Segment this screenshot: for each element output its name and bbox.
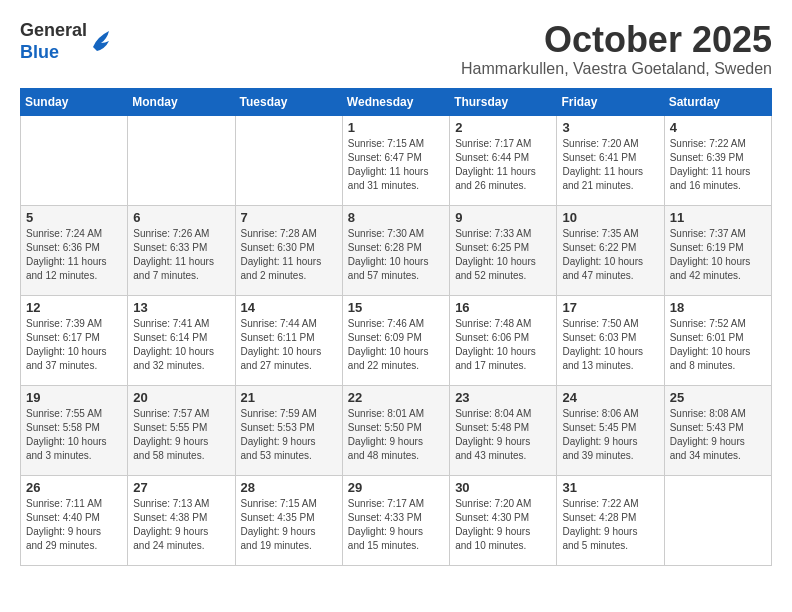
day-number: 23 <box>455 390 551 405</box>
day-number: 16 <box>455 300 551 315</box>
day-number: 12 <box>26 300 122 315</box>
day-number: 22 <box>348 390 444 405</box>
day-info: Sunrise: 7:46 AM Sunset: 6:09 PM Dayligh… <box>348 317 444 373</box>
calendar-cell <box>128 115 235 205</box>
calendar-week-row: 12Sunrise: 7:39 AM Sunset: 6:17 PM Dayli… <box>21 295 772 385</box>
day-number: 10 <box>562 210 658 225</box>
calendar-cell: 20Sunrise: 7:57 AM Sunset: 5:55 PM Dayli… <box>128 385 235 475</box>
day-number: 17 <box>562 300 658 315</box>
calendar-cell: 13Sunrise: 7:41 AM Sunset: 6:14 PM Dayli… <box>128 295 235 385</box>
calendar-cell: 7Sunrise: 7:28 AM Sunset: 6:30 PM Daylig… <box>235 205 342 295</box>
calendar-cell: 3Sunrise: 7:20 AM Sunset: 6:41 PM Daylig… <box>557 115 664 205</box>
calendar-cell: 29Sunrise: 7:17 AM Sunset: 4:33 PM Dayli… <box>342 475 449 565</box>
calendar-cell: 22Sunrise: 8:01 AM Sunset: 5:50 PM Dayli… <box>342 385 449 475</box>
calendar-cell: 19Sunrise: 7:55 AM Sunset: 5:58 PM Dayli… <box>21 385 128 475</box>
day-info: Sunrise: 7:52 AM Sunset: 6:01 PM Dayligh… <box>670 317 766 373</box>
calendar-cell: 1Sunrise: 7:15 AM Sunset: 6:47 PM Daylig… <box>342 115 449 205</box>
calendar-cell: 30Sunrise: 7:20 AM Sunset: 4:30 PM Dayli… <box>450 475 557 565</box>
day-info: Sunrise: 7:20 AM Sunset: 4:30 PM Dayligh… <box>455 497 551 553</box>
day-number: 3 <box>562 120 658 135</box>
day-info: Sunrise: 8:04 AM Sunset: 5:48 PM Dayligh… <box>455 407 551 463</box>
day-number: 26 <box>26 480 122 495</box>
calendar-cell: 2Sunrise: 7:17 AM Sunset: 6:44 PM Daylig… <box>450 115 557 205</box>
day-info: Sunrise: 7:55 AM Sunset: 5:58 PM Dayligh… <box>26 407 122 463</box>
day-info: Sunrise: 7:24 AM Sunset: 6:36 PM Dayligh… <box>26 227 122 283</box>
calendar-cell: 25Sunrise: 8:08 AM Sunset: 5:43 PM Dayli… <box>664 385 771 475</box>
day-info: Sunrise: 7:28 AM Sunset: 6:30 PM Dayligh… <box>241 227 337 283</box>
day-number: 28 <box>241 480 337 495</box>
day-info: Sunrise: 7:41 AM Sunset: 6:14 PM Dayligh… <box>133 317 229 373</box>
calendar-cell: 9Sunrise: 7:33 AM Sunset: 6:25 PM Daylig… <box>450 205 557 295</box>
day-number: 19 <box>26 390 122 405</box>
day-number: 13 <box>133 300 229 315</box>
calendar-header-sunday: Sunday <box>21 88 128 115</box>
day-info: Sunrise: 7:33 AM Sunset: 6:25 PM Dayligh… <box>455 227 551 283</box>
day-number: 27 <box>133 480 229 495</box>
day-info: Sunrise: 7:50 AM Sunset: 6:03 PM Dayligh… <box>562 317 658 373</box>
calendar-cell: 21Sunrise: 7:59 AM Sunset: 5:53 PM Dayli… <box>235 385 342 475</box>
day-info: Sunrise: 8:01 AM Sunset: 5:50 PM Dayligh… <box>348 407 444 463</box>
calendar-header-thursday: Thursday <box>450 88 557 115</box>
calendar-cell: 14Sunrise: 7:44 AM Sunset: 6:11 PM Dayli… <box>235 295 342 385</box>
day-number: 6 <box>133 210 229 225</box>
day-info: Sunrise: 7:30 AM Sunset: 6:28 PM Dayligh… <box>348 227 444 283</box>
calendar-cell: 15Sunrise: 7:46 AM Sunset: 6:09 PM Dayli… <box>342 295 449 385</box>
day-number: 18 <box>670 300 766 315</box>
calendar-cell: 26Sunrise: 7:11 AM Sunset: 4:40 PM Dayli… <box>21 475 128 565</box>
day-number: 20 <box>133 390 229 405</box>
day-number: 2 <box>455 120 551 135</box>
logo-blue: Blue <box>20 42 87 64</box>
day-info: Sunrise: 7:22 AM Sunset: 6:39 PM Dayligh… <box>670 137 766 193</box>
calendar-cell: 8Sunrise: 7:30 AM Sunset: 6:28 PM Daylig… <box>342 205 449 295</box>
day-number: 5 <box>26 210 122 225</box>
day-info: Sunrise: 7:22 AM Sunset: 4:28 PM Dayligh… <box>562 497 658 553</box>
calendar-cell: 5Sunrise: 7:24 AM Sunset: 6:36 PM Daylig… <box>21 205 128 295</box>
calendar-header-row: SundayMondayTuesdayWednesdayThursdayFrid… <box>21 88 772 115</box>
day-number: 29 <box>348 480 444 495</box>
calendar-cell: 6Sunrise: 7:26 AM Sunset: 6:33 PM Daylig… <box>128 205 235 295</box>
day-info: Sunrise: 7:13 AM Sunset: 4:38 PM Dayligh… <box>133 497 229 553</box>
month-title: October 2025 <box>461 20 772 60</box>
day-info: Sunrise: 7:59 AM Sunset: 5:53 PM Dayligh… <box>241 407 337 463</box>
calendar-cell: 24Sunrise: 8:06 AM Sunset: 5:45 PM Dayli… <box>557 385 664 475</box>
day-number: 1 <box>348 120 444 135</box>
calendar-header-saturday: Saturday <box>664 88 771 115</box>
calendar-cell: 18Sunrise: 7:52 AM Sunset: 6:01 PM Dayli… <box>664 295 771 385</box>
day-info: Sunrise: 7:48 AM Sunset: 6:06 PM Dayligh… <box>455 317 551 373</box>
day-number: 25 <box>670 390 766 405</box>
calendar-cell <box>21 115 128 205</box>
header: General Blue October 2025 Hammarkullen, … <box>20 20 772 78</box>
day-number: 7 <box>241 210 337 225</box>
calendar-cell: 27Sunrise: 7:13 AM Sunset: 4:38 PM Dayli… <box>128 475 235 565</box>
day-info: Sunrise: 7:17 AM Sunset: 6:44 PM Dayligh… <box>455 137 551 193</box>
day-number: 30 <box>455 480 551 495</box>
calendar-cell: 28Sunrise: 7:15 AM Sunset: 4:35 PM Dayli… <box>235 475 342 565</box>
day-number: 8 <box>348 210 444 225</box>
calendar-week-row: 19Sunrise: 7:55 AM Sunset: 5:58 PM Dayli… <box>21 385 772 475</box>
calendar-cell: 10Sunrise: 7:35 AM Sunset: 6:22 PM Dayli… <box>557 205 664 295</box>
day-info: Sunrise: 7:11 AM Sunset: 4:40 PM Dayligh… <box>26 497 122 553</box>
calendar-week-row: 1Sunrise: 7:15 AM Sunset: 6:47 PM Daylig… <box>21 115 772 205</box>
calendar-cell: 4Sunrise: 7:22 AM Sunset: 6:39 PM Daylig… <box>664 115 771 205</box>
day-info: Sunrise: 7:26 AM Sunset: 6:33 PM Dayligh… <box>133 227 229 283</box>
calendar-cell: 11Sunrise: 7:37 AM Sunset: 6:19 PM Dayli… <box>664 205 771 295</box>
calendar-cell: 17Sunrise: 7:50 AM Sunset: 6:03 PM Dayli… <box>557 295 664 385</box>
calendar-cell <box>664 475 771 565</box>
calendar-cell: 12Sunrise: 7:39 AM Sunset: 6:17 PM Dayli… <box>21 295 128 385</box>
calendar-table: SundayMondayTuesdayWednesdayThursdayFrid… <box>20 88 772 566</box>
calendar-header-friday: Friday <box>557 88 664 115</box>
day-number: 15 <box>348 300 444 315</box>
logo-text: General Blue <box>20 20 87 63</box>
calendar-cell: 16Sunrise: 7:48 AM Sunset: 6:06 PM Dayli… <box>450 295 557 385</box>
day-number: 21 <box>241 390 337 405</box>
logo-bird-icon <box>89 27 113 57</box>
day-info: Sunrise: 7:15 AM Sunset: 6:47 PM Dayligh… <box>348 137 444 193</box>
day-info: Sunrise: 8:08 AM Sunset: 5:43 PM Dayligh… <box>670 407 766 463</box>
calendar-week-row: 26Sunrise: 7:11 AM Sunset: 4:40 PM Dayli… <box>21 475 772 565</box>
title-area: October 2025 Hammarkullen, Vaestra Goeta… <box>461 20 772 78</box>
day-info: Sunrise: 7:17 AM Sunset: 4:33 PM Dayligh… <box>348 497 444 553</box>
day-info: Sunrise: 7:57 AM Sunset: 5:55 PM Dayligh… <box>133 407 229 463</box>
calendar-cell <box>235 115 342 205</box>
day-number: 11 <box>670 210 766 225</box>
calendar-header-wednesday: Wednesday <box>342 88 449 115</box>
